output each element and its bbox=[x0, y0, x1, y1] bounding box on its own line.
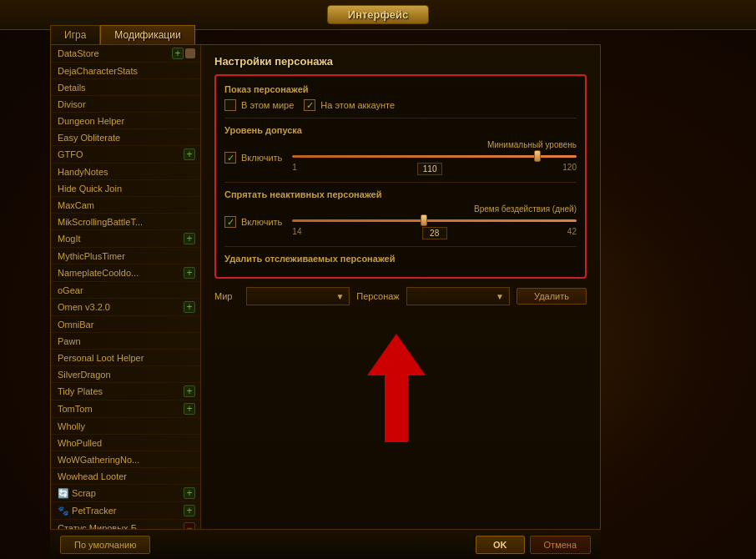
sidebar-item-gtfo[interactable]: GTFO + bbox=[51, 146, 200, 164]
sidebar-item-label: Divisor bbox=[58, 99, 86, 109]
dropdown-character[interactable]: ▼ bbox=[406, 287, 510, 305]
expand-icon[interactable]: + bbox=[184, 233, 195, 244]
page-title: Настройки персонажа bbox=[214, 55, 587, 68]
dropdown-world[interactable]: ▼ bbox=[246, 287, 350, 305]
sidebar-item-details[interactable]: Details bbox=[51, 79, 200, 96]
expand-icon[interactable]: + bbox=[184, 385, 195, 397]
sidebar-item-maxcam[interactable]: MaxCam bbox=[51, 197, 200, 214]
sidebar-item-scrap[interactable]: 🔄 Scrap + bbox=[51, 485, 200, 502]
sidebar-item-label: Pawn bbox=[58, 336, 81, 346]
sidebar-item-label: SilverDragon bbox=[58, 370, 111, 380]
slider2-title: Время бездействия (дней) bbox=[292, 204, 577, 214]
sidebar-item-divisor[interactable]: Divisor bbox=[51, 96, 200, 113]
sidebar-item-label: WhoPulled bbox=[58, 438, 102, 448]
sidebar-item-wowhead[interactable]: Wowhead Looter bbox=[51, 468, 200, 485]
slider2-line bbox=[292, 219, 577, 222]
sidebar-item-pawn[interactable]: Pawn bbox=[51, 333, 200, 350]
enable1-label: Включить bbox=[241, 153, 282, 163]
section1-title: Показ персонажей bbox=[224, 84, 577, 94]
slider1-title: Минимальный уровень bbox=[292, 140, 577, 149]
slider1-max: 120 bbox=[562, 163, 577, 175]
section3-title: Спрятать неактивных персонажей bbox=[224, 189, 577, 199]
sidebar-item-mythic[interactable]: MythicPlusTimer bbox=[51, 248, 200, 264]
sidebar-item-whopulled[interactable]: WhoPulled bbox=[51, 435, 200, 451]
sidebar-item-label: Hide Quick Join bbox=[58, 184, 122, 194]
checkbox-this-account[interactable] bbox=[304, 99, 315, 111]
sidebar-item-silver[interactable]: SilverDragon bbox=[51, 366, 200, 383]
sidebar-item-wholly[interactable]: Wholly bbox=[51, 418, 200, 435]
dropdown-row: Мир ▼ Персонаж ▼ Удалить bbox=[214, 287, 587, 305]
sidebar-item-dejachar[interactable]: DejaCharacterStats bbox=[51, 63, 200, 79]
sidebar-item-label: 🔄 Scrap bbox=[58, 488, 96, 499]
sidebar-item-label: Dungeon Helper bbox=[58, 116, 124, 126]
scroll-icon bbox=[185, 48, 195, 58]
enable1-checkbox[interactable] bbox=[224, 152, 236, 164]
slider2-labels: 14 28 42 bbox=[292, 227, 577, 239]
slider2-thumb[interactable] bbox=[421, 214, 427, 226]
divider1 bbox=[224, 118, 577, 118]
enable1-row: Включить bbox=[224, 152, 282, 164]
sidebar-item-label: 🐾 PetTracker bbox=[58, 506, 116, 516]
ok-button[interactable]: OK bbox=[476, 536, 525, 554]
settings-panel: Показ персонажей В этом мире На этом акк… bbox=[214, 74, 587, 279]
sidebar-item-omnibar[interactable]: OmniBar bbox=[51, 316, 200, 333]
delete-button[interactable]: Удалить bbox=[517, 288, 587, 305]
default-button[interactable]: По умолчанию bbox=[60, 536, 150, 554]
sidebar-item-pettracker[interactable]: 🐾 PetTracker + bbox=[51, 502, 200, 520]
sidebar-item-handy[interactable]: HandyNotes bbox=[51, 164, 200, 180]
sidebar-item-mogit[interactable]: MogIt + bbox=[51, 230, 200, 248]
sidebar-item-ogear[interactable]: oGear bbox=[51, 282, 200, 299]
main-content: Настройки персонажа Показ персонажей В э… bbox=[201, 45, 600, 559]
expand-icon[interactable]: + bbox=[184, 505, 195, 516]
sidebar-item-nameplate[interactable]: NameplateCooldo... + bbox=[51, 264, 200, 282]
slider2-value: 28 bbox=[422, 227, 447, 239]
expand-icon[interactable]: + bbox=[184, 487, 195, 499]
slider1-line bbox=[292, 155, 577, 158]
expand-icon[interactable]: + bbox=[184, 301, 195, 313]
checkbox-this-world[interactable] bbox=[224, 99, 236, 111]
sidebar-item-label: MogIt bbox=[58, 234, 81, 244]
sidebar-item-datastore[interactable]: DataStore + bbox=[51, 45, 200, 63]
ok-cancel-group: OK Отмена bbox=[476, 536, 591, 554]
expand-icon[interactable]: + bbox=[184, 267, 195, 279]
inactive-row: Включить Время бездействия (дней) 14 28 bbox=[224, 204, 577, 239]
sidebar-item-label: DataStore bbox=[58, 48, 99, 58]
slider2-max: 42 bbox=[567, 227, 577, 239]
sidebar-item-label: DejaCharacterStats bbox=[58, 66, 138, 76]
divider3 bbox=[224, 246, 577, 247]
sidebar-item-hide-quick-join[interactable]: Hide Quick Join bbox=[51, 180, 200, 197]
slider1-thumb[interactable] bbox=[534, 150, 541, 162]
tab-mods[interactable]: Модификации bbox=[100, 25, 194, 44]
slider1-track bbox=[292, 151, 577, 161]
sidebar-item-tomtom[interactable]: TomTom + bbox=[51, 400, 200, 418]
access-level-row: Включить Минимальный уровень 1 110 120 bbox=[224, 140, 577, 175]
sidebar-item-omen[interactable]: Omen v3.2.0 + bbox=[51, 299, 200, 316]
sidebar-item-personal-loot[interactable]: Personal Loot Helper bbox=[51, 350, 200, 366]
sidebar-item-label: Details bbox=[58, 83, 86, 93]
tab-game[interactable]: Игра bbox=[50, 25, 100, 44]
sidebar-item-label: Easy Obliterate bbox=[58, 133, 120, 143]
expand-icon[interactable]: + bbox=[184, 403, 195, 415]
sidebar-item-wowgathering[interactable]: WoWGatheringNo... bbox=[51, 451, 200, 468]
sidebar-item-label: Personal Loot Helper bbox=[58, 353, 144, 363]
sidebar-item-label: Wholly bbox=[58, 421, 85, 431]
sidebar-item-label: Tidy Plates bbox=[58, 386, 103, 396]
chevron-down-icon: ▼ bbox=[496, 292, 504, 301]
sidebar-item-label: MaxCam bbox=[58, 200, 94, 210]
sidebar-item-label: WoWGatheringNo... bbox=[58, 455, 139, 465]
expand-icon[interactable]: + bbox=[184, 149, 195, 160]
cancel-button[interactable]: Отмена bbox=[530, 536, 591, 554]
sidebar-item-mik[interactable]: MikScrollingBattleT... bbox=[51, 214, 200, 230]
sidebar-item-dungeon[interactable]: Dungeon Helper bbox=[51, 113, 200, 129]
sidebar: DataStore + DejaCharacterStats Details D… bbox=[51, 45, 201, 559]
sidebar-item-label: Omen v3.2.0 bbox=[58, 302, 110, 312]
expand-icon[interactable]: + bbox=[172, 48, 184, 59]
enable2-label: Включить bbox=[241, 217, 282, 227]
divider2 bbox=[224, 182, 577, 183]
sidebar-item-label: GTFO bbox=[58, 149, 83, 159]
checkbox2-row: На этом аккаунте bbox=[304, 99, 395, 111]
sidebar-item-tidy-plates[interactable]: Tidy Plates + bbox=[51, 383, 200, 400]
show-chars-row: В этом мире На этом аккаунте bbox=[224, 99, 577, 111]
enable2-checkbox[interactable] bbox=[224, 216, 236, 228]
sidebar-item-easy-obliterate[interactable]: Easy Obliterate bbox=[51, 129, 200, 146]
